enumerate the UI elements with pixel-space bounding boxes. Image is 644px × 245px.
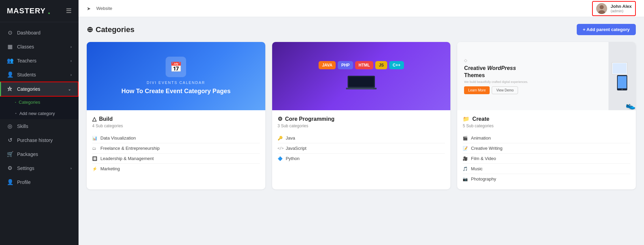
category-card-core-programming: JAVA PHP HTML JS C++ [272,42,451,189]
list-item: 🔲 Leadership & Management [92,154,260,164]
sidebar-item-dashboard[interactable]: ⊙ Dashboard [0,26,79,40]
core-card-image: JAVA PHP HTML JS C++ [272,42,451,110]
python-icon: 🔷 [278,156,283,161]
list-item: 🗂 Freelance & Entrepreneurship [92,143,260,154]
calendar-icon: 📅 [166,57,186,77]
data-viz-icon: 📊 [92,136,98,141]
main-area: ➤ Website John Alex (admin) ⊕ Categories [79,0,644,245]
freelance-icon: 🗂 [92,146,98,151]
classes-icon: ▦ [7,43,13,50]
core-icon: ⚙ [278,116,282,122]
categories-grid: 📅 DIVI EVENTS CALENDAR How To Create Eve… [87,42,636,189]
profile-icon: 👤 [7,179,13,185]
topbar: ➤ Website John Alex (admin) [79,0,644,17]
sidebar-item-categories[interactable]: ⛤ Categories ⌄ [0,82,79,97]
user-info: John Alex (admin) [611,4,632,13]
list-item: 🎥 Film & Video [463,154,630,164]
settings-icon: ⚙ [7,165,13,171]
core-sub-count: 3 Sub categories [278,124,445,128]
create-card-image: ◇ Creative WordPressThemes We build beau… [457,42,636,110]
create-folder-icon: 📁 [463,116,470,122]
categories-title-icon: ⊕ [87,25,93,34]
website-link[interactable]: Website [96,6,112,11]
categories-icon: ⛤ [7,86,13,92]
list-item: 🎬 Animation [463,133,630,143]
build-card-image: 📅 DIVI EVENTS CALENDAR How To Create Eve… [87,42,265,110]
build-card-title: △ Build [92,116,260,122]
sidebar-nav: ⊙ Dashboard ▦ Classes › 👥 Teachers › 👤 S… [0,22,79,192]
laptop-illustration [300,74,422,91]
hamburger-icon[interactable]: ☰ [66,7,72,15]
bullet-icon: + [15,112,17,115]
add-parent-category-button[interactable]: + Add parent category [577,24,636,35]
sidebar-item-label: Categories [17,86,40,92]
list-item-label: Music [471,166,482,171]
list-item-label: Python [286,156,299,161]
create-card-title: 📁 Create [463,116,630,122]
sub-nav-label: Categories [19,100,40,105]
cpp-badge: C++ [389,61,404,69]
sidebar-item-skills[interactable]: ◎ Skills [0,119,79,133]
list-item-label: Data Visualization [100,135,136,141]
build-image-subtitle: DIVI EVENTS CALENDAR [147,81,205,85]
students-icon: 👤 [7,71,13,78]
list-item: 📊 Data Visualization [92,133,260,143]
sidebar-item-purchase-history[interactable]: ↺ Purchase history [0,133,79,147]
user-badge[interactable]: John Alex (admin) [592,1,636,16]
create-sub-count: 5 Sub categories [463,124,630,128]
sidebar-item-teachers[interactable]: 👥 Teachers › [0,54,79,68]
sidebar-item-students[interactable]: 👤 Students › [0,68,79,82]
list-item: 📝 Creative Writing [463,143,630,154]
sidebar-item-label: Dashboard [17,30,41,35]
sidebar-subitem-categories[interactable]: • Categories ← [0,97,79,108]
marketing-icon: ⚡ [92,167,98,171]
teachers-icon: 👥 [7,57,13,64]
category-card-build: 📅 DIVI EVENTS CALENDAR How To Create Eve… [87,42,265,189]
build-image-title: How To Create Event Category Pages [121,87,230,95]
list-item-label: Film & Video [471,156,496,161]
chevron-right-icon: › [70,166,72,170]
chevron-down-icon: ⌄ [68,87,71,91]
list-item-label: Freelance & Entrepreneurship [100,146,159,151]
learn-more-button[interactable]: Learn More [464,86,490,94]
sidebar-item-label: Students [17,72,36,77]
java-badge: JAVA [319,61,336,69]
packages-icon: 🛒 [7,151,13,157]
list-item-label: JavaScript [286,146,307,151]
list-item-label: Leadership & Management [100,156,154,161]
sidebar-item-label: Purchase history [17,138,53,143]
page-content: ⊕ Categories + Add parent category 📅 DIV… [79,17,644,245]
sidebar-item-settings[interactable]: ⚙ Settings › [0,161,79,175]
dashboard-icon: ⊙ [7,29,13,36]
list-item-label: Animation [471,135,491,141]
svg-rect-8 [613,63,627,74]
core-card-title: ⚙ Core Programming [278,116,445,122]
leadership-icon: 🔲 [92,156,98,161]
create-headline: Creative WordPressThemes [464,65,602,79]
sidebar-item-packages[interactable]: 🛒 Packages [0,147,79,161]
svg-point-1 [600,5,604,9]
list-item: 📷 Photography [463,174,630,184]
list-item-label: Photography [471,176,496,182]
create-card-body: 📁 Create 5 Sub categories 🎬 Animation 📝 … [457,110,636,189]
logo-dot: . [48,5,51,16]
list-item: ⚡ Marketing [92,164,260,174]
create-desc: We build beautifully crafted digital exp… [464,80,602,84]
sidebar-item-classes[interactable]: ▦ Classes › [0,40,79,54]
purchase-icon: ↺ [7,137,13,143]
category-card-create: ◇ Creative WordPressThemes We build beau… [457,42,636,189]
js-icon: </> [278,146,283,150]
sidebar-item-profile[interactable]: 👤 Profile [0,175,79,189]
page-title: ⊕ Categories [87,25,135,34]
list-item-label: Marketing [100,166,120,171]
sidebar-subitem-add-category[interactable]: + Add new category [0,108,79,119]
list-item-label: Java [286,135,295,141]
create-image-content: ◇ Creative WordPressThemes We build beau… [457,42,636,110]
core-card-body: ⚙ Core Programming 3 Sub categories 🔑 Ja… [272,110,451,169]
shoes-decoration: 👟 [626,101,636,110]
avatar [596,3,607,14]
sidebar-item-label: Skills [17,124,28,129]
core-badges: JAVA PHP HTML JS C++ [297,58,425,95]
view-demo-button[interactable]: View Demo [492,86,518,94]
logo-text: MASTERY [7,6,46,15]
